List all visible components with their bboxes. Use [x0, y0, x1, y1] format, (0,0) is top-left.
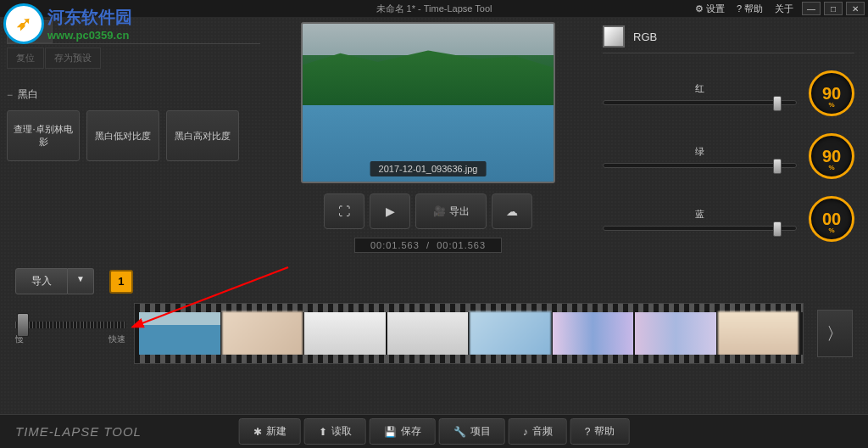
note-icon: ♪ — [523, 426, 528, 438]
preview-image[interactable]: 2017-12-01_093636.jpg — [301, 22, 555, 183]
upload-button[interactable]: ☁ — [492, 193, 532, 229]
chevron-down-icon: ▼ — [76, 274, 85, 283]
rgb-panel: RGB 红 90% 绿 90% 蓝 00% — [589, 17, 868, 263]
speed-fast-label: 快速 — [108, 333, 125, 345]
camera-icon: 🎥 — [433, 205, 446, 217]
footer: TIME-LAPSE TOOL ✱新建 ⬆读取 💾保存 🔧项目 ♪音频 ?帮助 — [0, 414, 868, 448]
frame-thumb[interactable] — [635, 311, 716, 356]
red-thumb[interactable] — [773, 96, 782, 111]
rgb-swatch-icon — [603, 25, 625, 48]
blue-thumb[interactable] — [773, 221, 782, 237]
new-button[interactable]: ✱新建 — [239, 418, 301, 445]
export-button[interactable]: 🎥导出 — [415, 193, 487, 229]
preview-filename: 2017-12-01_093636.jpg — [370, 161, 487, 176]
preset-chaplin[interactable]: 查理·卓别林电影 — [7, 110, 80, 161]
presets-panel: 预设 复位 存为预设 黑白 查理·卓别林电影 黑白低对比度 黑白高对比度 — [0, 17, 267, 263]
green-thumb[interactable] — [773, 159, 782, 174]
frame-thumb[interactable] — [470, 311, 551, 356]
tab-preset[interactable]: 预设 — [7, 20, 53, 43]
sparkle-icon: ✱ — [253, 426, 262, 438]
help-button[interactable]: ?帮助 — [570, 418, 630, 445]
scroll-next-button[interactable]: 〉 — [817, 310, 853, 357]
settings-link[interactable]: ⚙设置 — [690, 3, 730, 15]
red-gauge: 90% — [809, 70, 854, 116]
save-button[interactable]: 💾保存 — [370, 418, 436, 445]
close-button[interactable]: ✕ — [846, 2, 865, 15]
import-dropdown[interactable]: ▼ — [68, 268, 94, 294]
blue-gauge: 00% — [809, 196, 854, 242]
play-icon: ▶ — [386, 204, 395, 218]
maximize-button[interactable]: □ — [824, 2, 843, 15]
blue-slider[interactable] — [603, 226, 797, 231]
help-link[interactable]: ?帮助 — [732, 3, 768, 15]
frame-thumb[interactable] — [222, 311, 303, 356]
frame-thumb[interactable] — [304, 311, 386, 356]
preset-bw-low[interactable]: 黑白低对比度 — [86, 110, 159, 161]
red-label: 红 — [603, 82, 797, 95]
chevron-right-icon: 〉 — [826, 322, 843, 345]
titlebar: 未命名 1* - Time-Lapse Tool ⚙设置 ?帮助 关于 — □ … — [0, 0, 868, 17]
frame-thumb[interactable] — [553, 311, 634, 356]
window-title: 未命名 1* - Time-Lapse Tool — [376, 3, 492, 15]
upload-icon: ⬆ — [319, 426, 327, 438]
speed-slider[interactable] — [15, 322, 125, 328]
filmstrip[interactable] — [134, 303, 804, 364]
fit-icon: ⛶ — [338, 204, 350, 218]
save-preset-button[interactable]: 存为预设 — [45, 48, 101, 69]
preset-bw-high[interactable]: 黑白高对比度 — [166, 110, 239, 161]
frame-thumb[interactable] — [387, 311, 469, 356]
project-button[interactable]: 🔧项目 — [439, 418, 505, 445]
red-slider[interactable] — [603, 100, 797, 105]
time-display: 00:01.563 / 00:01.563 — [354, 238, 502, 253]
timeline: 导入 ▼ 1 慢 快速 〉 — [0, 263, 868, 369]
green-label: 绿 — [603, 145, 797, 158]
gear-icon: ⚙ — [695, 3, 704, 14]
help-icon: ? — [737, 3, 742, 14]
minimize-button[interactable]: — — [802, 2, 821, 15]
blue-label: 蓝 — [603, 208, 797, 221]
save-icon: 💾 — [384, 426, 397, 438]
question-icon: ? — [585, 426, 591, 438]
play-button[interactable]: ▶ — [370, 193, 410, 229]
frame-thumb[interactable] — [139, 311, 220, 356]
sequence-badge[interactable]: 1 — [109, 270, 133, 294]
fit-button[interactable]: ⛶ — [324, 193, 364, 229]
speed-thumb[interactable] — [17, 313, 29, 337]
about-link[interactable]: 关于 — [770, 3, 798, 15]
import-button[interactable]: 导入 — [15, 268, 68, 294]
open-button[interactable]: ⬆读取 — [304, 418, 366, 445]
cloud-icon: ☁ — [506, 204, 518, 218]
green-gauge: 90% — [809, 133, 854, 179]
preview-panel: 2017-12-01_093636.jpg ⛶ ▶ 🎥导出 ☁ 00:01.56… — [267, 17, 589, 263]
reset-button[interactable]: 复位 — [7, 48, 44, 69]
rgb-label: RGB — [633, 31, 657, 43]
wrench-icon: 🔧 — [453, 426, 466, 438]
green-slider[interactable] — [603, 163, 797, 168]
frame-thumb[interactable] — [718, 311, 799, 356]
audio-button[interactable]: ♪音频 — [509, 418, 567, 445]
brand-label: TIME-LAPSE TOOL — [15, 424, 142, 439]
section-bw[interactable]: 黑白 — [7, 87, 260, 102]
